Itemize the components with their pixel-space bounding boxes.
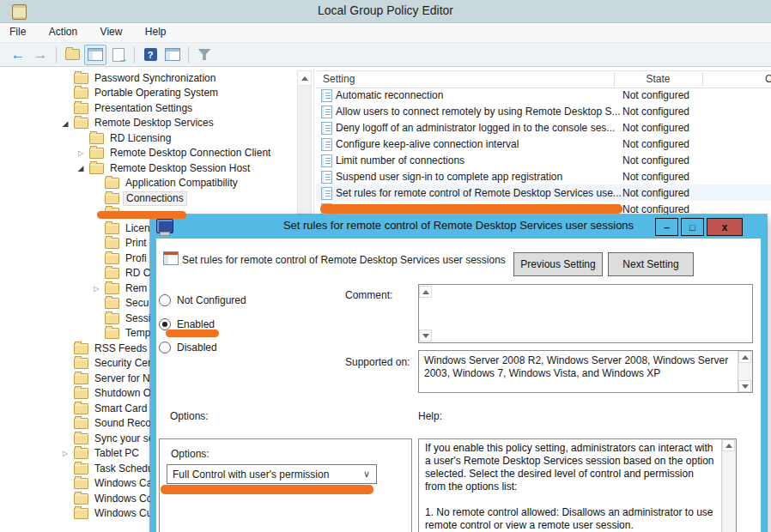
tree-item-label: Task Schedu <box>92 462 156 475</box>
supported-on-value: Windows Server 2008 R2, Windows Server 2… <box>424 354 733 380</box>
chevron-down-icon: ∨ <box>363 469 370 480</box>
comment-textarea[interactable] <box>418 284 753 343</box>
folder-icon <box>105 283 119 294</box>
toolbar-show-properties-button[interactable] <box>162 45 183 64</box>
collapse-arrow-icon[interactable]: ◢ <box>60 119 70 128</box>
policy-setting-icon <box>321 187 332 200</box>
folder-icon <box>74 433 88 444</box>
tree-item-password-synchronization[interactable]: Password Synchronization <box>0 70 297 86</box>
radio-not-configured[interactable]: Not Configured <box>159 294 246 306</box>
help-section-label: Help: <box>418 410 442 422</box>
expand-arrow-icon[interactable]: ▷ <box>60 450 70 457</box>
setting-row-allow-users-to-connect-remotely-by-using[interactable]: Allow users to connect remotely by using… <box>316 103 771 119</box>
forward-arrow-icon: → <box>33 47 48 62</box>
toolbar-forward-button[interactable]: → <box>30 45 51 64</box>
highlight-annotation-list-row <box>320 204 622 214</box>
expand-arrow-icon[interactable]: ▷ <box>91 285 101 293</box>
column-header-state[interactable]: State <box>614 73 702 85</box>
folder-icon <box>74 73 88 84</box>
folder-icon <box>74 103 88 114</box>
triangle-down-icon <box>422 334 429 338</box>
tree-item-label: Windows Cu <box>92 507 155 520</box>
console-window-icon <box>88 48 103 61</box>
setting-row-suspend-user-sign-in-to-complete-app-reg[interactable]: Suspend user sign-in to complete app reg… <box>316 168 771 184</box>
toolbar-up-one-level-button[interactable] <box>62 45 82 64</box>
setting-row-deny-logoff-of-an-administrator-logged-i[interactable]: Deny logoff of an administrator logged i… <box>316 119 771 136</box>
menu-action[interactable]: Action <box>39 23 87 42</box>
setting-state: Not configured <box>622 122 689 134</box>
control-level-dropdown[interactable]: Full Control with user's permission ∨ <box>167 464 377 484</box>
policy-setting-icon <box>321 138 332 151</box>
expand-arrow-icon[interactable]: ▷ <box>76 149 86 157</box>
setting-row-set-rules-for-remote-control-of-remote-d[interactable]: Set rules for remote control of Remote D… <box>316 184 771 201</box>
triangle-up-icon <box>742 355 749 360</box>
help-scrollbar[interactable] <box>721 439 736 532</box>
tree-item-label: Licen <box>123 222 153 235</box>
main-titlebar: Local Group Policy Editor <box>0 0 771 23</box>
toolbar-filter-button[interactable] <box>194 45 215 64</box>
radio-disabled[interactable]: Disabled <box>159 342 217 354</box>
tree-item-remote-desktop-services[interactable]: ◢Remote Desktop Services <box>0 116 297 131</box>
comment-scroll-down[interactable] <box>419 329 432 342</box>
menu-help[interactable]: Help <box>136 23 176 42</box>
collapse-arrow-icon[interactable]: ◢ <box>76 164 86 172</box>
setting-name: Deny logoff of an administrator logged i… <box>336 122 615 134</box>
tree-item-portable-operating-system[interactable]: Portable Operating System <box>0 86 297 101</box>
tree-item-connections[interactable]: Connections <box>0 190 297 206</box>
supported-on-box[interactable]: Windows Server 2008 R2, Windows Server 2… <box>418 350 753 393</box>
radio-button-icon[interactable] <box>159 294 171 306</box>
tree-item-label: Connections <box>123 191 187 206</box>
radio-button-icon[interactable] <box>159 342 171 354</box>
next-setting-button[interactable]: Next Setting <box>608 252 694 276</box>
close-button[interactable]: x <box>707 218 743 236</box>
scroll-up-button[interactable] <box>738 351 751 363</box>
tree-item-application-compatibility[interactable]: Application Compatibility <box>0 176 297 191</box>
toolbar-help-button[interactable]: ? <box>140 45 161 64</box>
column-header-setting[interactable]: Setting <box>323 73 355 85</box>
tree-item-remote-desktop-connection-client[interactable]: ▷Remote Desktop Connection Client <box>0 146 297 161</box>
folder-icon <box>105 313 119 324</box>
toolbar-back-button[interactable]: ← <box>8 45 28 64</box>
tree-item-presentation-settings[interactable]: Presentation Settings <box>0 100 297 116</box>
setting-row-automatic-reconnection[interactable]: Automatic reconnectionNot configured <box>316 87 771 103</box>
dropdown-selected-value: Full Control with user's permission <box>173 469 329 481</box>
tree-item-label: Smart Card <box>92 402 149 415</box>
folder-icon <box>74 493 88 505</box>
tree-item-label: Sync your se <box>92 432 156 445</box>
scroll-up-button[interactable] <box>298 71 311 86</box>
setting-state: Not configured <box>622 203 689 215</box>
radio-enabled[interactable]: Enabled <box>159 318 215 330</box>
supported-scrollbar[interactable] <box>738 351 752 392</box>
menu-view[interactable]: View <box>91 23 132 42</box>
setting-name: Automatic reconnection <box>336 89 443 101</box>
tree-item-rd-licensing[interactable]: RD Licensing <box>0 130 297 146</box>
setting-row-limit-number-of-connections[interactable]: Limit number of connectionsNot configure… <box>316 152 771 168</box>
menu-file[interactable]: File <box>0 23 35 42</box>
folder-icon <box>74 373 88 384</box>
setting-name: Suspend user sign-in to complete app reg… <box>336 171 562 183</box>
toolbar-export-list-button[interactable] <box>108 45 129 64</box>
scroll-down-button[interactable] <box>738 380 751 392</box>
column-header-comment[interactable]: Comment <box>765 73 771 85</box>
tree-item-remote-desktop-session-host[interactable]: ◢Remote Desktop Session Host <box>0 160 297 176</box>
comment-scroll-up[interactable] <box>419 286 432 298</box>
tree-item-label: Sessi <box>123 312 153 325</box>
minimize-button[interactable]: – <box>655 218 678 236</box>
tree-item-label: Presentation Settings <box>92 102 195 115</box>
folder-icon <box>105 223 119 234</box>
scroll-up-button[interactable] <box>722 439 735 451</box>
tree-item-label: Profi <box>123 252 149 265</box>
toolbar-show-console-tree-button[interactable] <box>84 45 106 65</box>
folder-icon <box>89 148 104 159</box>
column-divider[interactable] <box>614 72 615 87</box>
tree-item-label: Security Cen <box>92 357 156 370</box>
policy-setting-title: Set rules for remote control of Remote D… <box>182 254 506 266</box>
menu-bar: File Action View Help <box>0 23 771 43</box>
previous-setting-button[interactable]: Previous Setting <box>513 252 603 276</box>
tree-item-label: Application Compatibility <box>123 177 240 190</box>
list-header: Setting State Comment <box>316 70 771 88</box>
column-divider[interactable] <box>702 72 703 87</box>
maximize-button[interactable]: □ <box>681 218 704 236</box>
radio-button-icon[interactable] <box>159 318 171 330</box>
setting-row-configure-keep-alive-connection-interval[interactable]: Configure keep-alive connection interval… <box>316 136 771 152</box>
